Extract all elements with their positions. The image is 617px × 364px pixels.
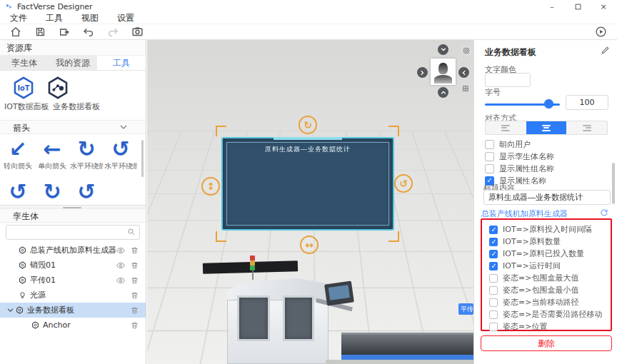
rotate-gizmo-top[interactable]: ↻ — [299, 116, 317, 134]
arrow-item-orbit-h1[interactable]: ↻ 水平环绕箭… — [70, 137, 103, 171]
align-left-icon — [501, 123, 510, 132]
align-center-button[interactable] — [526, 121, 567, 134]
trash-icon[interactable] — [131, 306, 139, 315]
checkbox[interactable] — [485, 140, 494, 149]
trash-icon[interactable] — [131, 246, 139, 255]
source-twin-link[interactable]: 总装产线机加原料生成器 — [481, 208, 568, 219]
tab-twins[interactable]: 孪生体 — [0, 56, 49, 70]
screenshot-icon[interactable] — [130, 26, 144, 39]
avatar-view-cube[interactable] — [431, 59, 456, 85]
app-window: FactVerse Designer – × 文件 工具 视图 设置 资源库 孪… — [0, 0, 617, 364]
grid-toggle-icon[interactable] — [460, 83, 471, 93]
orbit-right-icon[interactable] — [417, 67, 428, 78]
attr-row[interactable]: IOT=>运行时间 — [489, 261, 561, 271]
option-face-user[interactable]: 朝向用户 — [485, 139, 531, 149]
menu-view[interactable]: 视图 — [81, 12, 99, 24]
tab-my-resources[interactable]: 我的资源 — [49, 56, 97, 70]
tree-row-light[interactable]: 光源 — [0, 288, 146, 303]
trash-icon[interactable] — [131, 321, 139, 330]
text-color-swatch[interactable] — [485, 73, 531, 87]
tree-row-generator[interactable]: 总装产线机加原料生成器 — [0, 243, 146, 258]
menu-tools[interactable]: 工具 — [46, 12, 63, 24]
orbit-arrow-icon: ↺ — [104, 137, 137, 161]
arrow-item-orbit-h2[interactable]: ↺ 水平环绕箭… — [104, 137, 137, 171]
home-icon[interactable] — [9, 26, 23, 39]
redo-icon[interactable] — [106, 26, 120, 39]
option-show-twin-name[interactable]: 显示孪生体名称 — [485, 151, 554, 161]
align-left-button[interactable] — [486, 121, 526, 134]
checkbox[interactable] — [489, 226, 498, 234]
export-icon[interactable] — [57, 26, 71, 39]
title-content-input[interactable] — [483, 190, 611, 205]
option-show-group-name[interactable]: 显示属性组名称 — [485, 163, 554, 173]
orbit-up-icon[interactable] — [438, 87, 448, 98]
rotate-gizmo-right[interactable]: ↺ — [394, 174, 413, 193]
tree-row-destroy01[interactable]: 销毁01 — [0, 258, 146, 273]
viewport-3d[interactable]: ↻ ↕ ↺ ↔ 原料生成器—业务数据统计 平传… — [147, 40, 473, 364]
attr-row[interactable]: IOT=>原料投入时间间隔 — [489, 225, 592, 234]
delete-button[interactable]: 删除 — [481, 335, 612, 351]
play-icon[interactable] — [595, 26, 607, 38]
checkbox[interactable] — [489, 323, 498, 331]
checkbox[interactable] — [489, 298, 498, 307]
move-gizmo-bottom[interactable]: ↔ — [300, 236, 318, 254]
eye-icon[interactable] — [116, 246, 125, 255]
checkbox[interactable] — [489, 274, 498, 283]
arrow-item-circular2[interactable]: ↻ — [36, 180, 69, 204]
eye-icon[interactable] — [116, 261, 125, 270]
maximize-icon[interactable] — [573, 1, 583, 11]
conveyor-belt[interactable] — [341, 333, 473, 355]
search-input[interactable] — [11, 226, 125, 238]
checkbox[interactable] — [485, 152, 494, 161]
save-icon[interactable] — [33, 26, 47, 39]
arrow-item-turn[interactable]: ↙ 转向箭头 — [1, 137, 34, 171]
cnc-machine[interactable] — [227, 278, 328, 364]
arrows-scrollbar[interactable] — [141, 140, 144, 177]
option-label: 朝向用户 — [499, 139, 531, 150]
attr-row[interactable]: IOT=>原料已投入数量 — [489, 249, 584, 258]
checkbox[interactable] — [489, 262, 498, 271]
checkbox[interactable] — [489, 238, 498, 246]
tree-row-conveyor01[interactable]: 平传01 — [0, 273, 146, 288]
edit-icon[interactable] — [601, 46, 610, 55]
minimize-icon[interactable]: – — [547, 1, 557, 11]
dashboard-panel-3d[interactable]: 原料生成器—业务数据统计 — [221, 137, 394, 231]
tab-tools[interactable]: 工具 — [97, 56, 146, 70]
arrow-item-circular3[interactable]: ↺ — [70, 180, 103, 204]
attr-row[interactable]: 姿态=>当前移动路径 — [489, 298, 578, 307]
checkbox[interactable] — [485, 164, 494, 173]
tree-row-anchor[interactable]: Anchor — [0, 318, 146, 333]
refresh-icon[interactable] — [600, 208, 608, 217]
checkbox[interactable] — [489, 250, 498, 258]
attr-row[interactable]: 姿态=>包围盒最大值 — [489, 273, 578, 283]
orbit-left-icon[interactable] — [458, 67, 469, 78]
menu-settings[interactable]: 设置 — [117, 12, 134, 24]
close-icon[interactable]: × — [598, 1, 608, 11]
align-right-button[interactable] — [566, 121, 607, 134]
menu-file[interactable]: 文件 — [10, 12, 27, 24]
inspector-scrollbar[interactable] — [612, 163, 615, 204]
arrows-section-header[interactable]: 箭头 — [0, 120, 146, 134]
attr-row[interactable]: IOT=>原料数量 — [489, 237, 561, 246]
chevron-down-icon[interactable] — [7, 308, 14, 313]
projection-icon[interactable] — [461, 45, 471, 56]
attr-row[interactable]: 姿态=>包围盒最小值 — [489, 285, 578, 295]
move-gizmo-left[interactable]: ↕ — [201, 177, 220, 196]
orbit-down-icon[interactable] — [438, 44, 448, 55]
undo-icon[interactable] — [81, 26, 96, 39]
checkbox[interactable] — [489, 310, 498, 319]
font-size-slider-knob[interactable] — [544, 99, 553, 108]
tree-row-label: Anchor — [43, 320, 71, 330]
attr-row[interactable]: 姿态=>位置 — [489, 322, 547, 331]
font-size-input[interactable]: 100 — [566, 95, 608, 110]
tool-business-dashboard[interactable] — [36, 76, 80, 100]
attr-row[interactable]: 姿态=>是否需要沿路径移动 — [489, 310, 602, 319]
arrow-item-oneway[interactable]: ← 单向箭头 — [36, 137, 69, 171]
tree-row-dashboard[interactable]: 业务数据看板 — [0, 303, 146, 318]
trash-icon[interactable] — [131, 291, 139, 300]
trash-icon[interactable] — [131, 276, 139, 285]
arrow-item-circular1[interactable]: ↺ — [1, 180, 34, 204]
trash-icon[interactable] — [131, 261, 139, 270]
checkbox[interactable] — [489, 286, 498, 295]
eye-icon[interactable] — [116, 276, 125, 285]
